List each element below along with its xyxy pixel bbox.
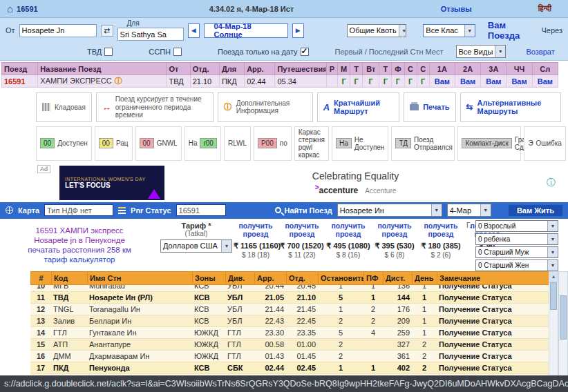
station-name-link[interactable]: Пенуконда bbox=[87, 362, 192, 374]
pnr-input[interactable] bbox=[176, 204, 226, 216]
availability-link[interactable]: Вам bbox=[507, 75, 532, 88]
fare-class-link[interactable]: получить проезд bbox=[280, 221, 324, 239]
availability-link[interactable]: Вам bbox=[532, 75, 558, 88]
station-name-link[interactable]: Беллари Ин bbox=[87, 315, 192, 327]
station-row[interactable]: 14ГТЛГунтакале ИнЮЖКДГТЛ23.3023.35542591… bbox=[30, 327, 549, 339]
station-header[interactable]: Арр. bbox=[255, 271, 287, 284]
passenger-select[interactable]: 0 Старший Муж▼ bbox=[475, 246, 558, 258]
live-status-link[interactable]: Вам Жить bbox=[509, 205, 562, 216]
results-cell: 02.44 bbox=[245, 75, 275, 88]
swap-stations-button[interactable]: ⇄ bbox=[101, 25, 113, 37]
feedback-link[interactable]: Отзывы bbox=[441, 5, 472, 13]
ad-banner-image[interactable]: INTERNATIONAL WOMEN'S DAY LET'S FOCUS bbox=[59, 166, 164, 200]
station-select[interactable]: Hosapete Ин ▼ bbox=[337, 204, 442, 217]
station-cell: ДММ bbox=[51, 351, 87, 362]
scrollbar-thumb[interactable] bbox=[550, 282, 557, 310]
station-row[interactable]: 10МГБMunirabadКСВУБЛ20.4420.45111361Полу… bbox=[30, 285, 549, 292]
station-row[interactable]: 15АТПАнантапуреЮЖКДГТЛ00.5801.0023272Пол… bbox=[30, 339, 549, 351]
fare-dollar-value: $ 8 (16) bbox=[326, 251, 370, 259]
station-row[interactable]: 17ПКДПенукондаКСВСБК02.4402.45114022Полу… bbox=[30, 362, 549, 374]
ad-content[interactable]: Celebrating Equality >accentureAccenture bbox=[164, 170, 547, 195]
station-header[interactable]: Остановить bbox=[319, 271, 364, 284]
sidebar-link-fare-calculator[interactable]: тариф калькулятор bbox=[44, 255, 115, 264]
next-date-button[interactable]: ▶ bbox=[292, 23, 304, 38]
station-row[interactable]: 13ЗаливБеллари ИнКСВУБЛ22.4322.45222091П… bbox=[30, 315, 549, 327]
station-header[interactable]: Отд. bbox=[287, 271, 319, 284]
passenger-select[interactable]: 0 Старший Жен▼ bbox=[475, 259, 558, 271]
legend-item[interactable]: Печать bbox=[404, 92, 455, 122]
your-trains-link[interactable]: Вам Поезда bbox=[488, 20, 538, 41]
checkbox-group[interactable]: ТВД bbox=[87, 48, 113, 56]
prev-date-button[interactable]: ◀ bbox=[188, 23, 200, 38]
train-name[interactable]: ХАМПИ ЭКСПРЕСС bbox=[40, 77, 111, 85]
availability-legend-item: ТДПоезд Отправился bbox=[391, 126, 455, 161]
availability-link[interactable]: Вам bbox=[481, 75, 507, 88]
legend-item[interactable]: ⇆Альтернативные Маршруты bbox=[460, 92, 561, 122]
toolbar-date-select[interactable]: 4-Мар ▼ bbox=[447, 204, 491, 217]
passenger-select[interactable]: 0 Взрослый▼ bbox=[475, 220, 558, 232]
sidebar-link-distance[interactable]: печатать расстояния 258 км bbox=[28, 246, 131, 254]
checkbox[interactable] bbox=[301, 48, 309, 56]
to-station-input[interactable] bbox=[117, 28, 184, 41]
station-header[interactable]: Дист. bbox=[384, 271, 413, 284]
map-link[interactable]: Карта bbox=[18, 206, 39, 215]
train-number-link[interactable]: 16591 bbox=[2, 75, 38, 88]
station-row[interactable]: 16ДММДхармаварам ИнЮЖКДГТЛ01.4301.452361… bbox=[30, 351, 549, 362]
ad-info-icon[interactable]: ⓘ bbox=[547, 177, 556, 189]
legend-item[interactable]: AКратчайший Маршрут bbox=[317, 92, 399, 122]
page-scrollbar[interactable] bbox=[558, 271, 568, 392]
topbar-train-number[interactable]: 16591 bbox=[17, 5, 38, 13]
station-name-link[interactable]: Дхармаварам Ин bbox=[87, 351, 192, 362]
scroll-up-icon[interactable]: ▲ bbox=[549, 272, 558, 282]
from-station-input[interactable] bbox=[19, 24, 97, 37]
station-header[interactable]: Код bbox=[52, 271, 88, 284]
station-header[interactable]: Замечание bbox=[437, 271, 549, 284]
scrollbar-track[interactable] bbox=[549, 311, 558, 386]
currency-select[interactable]: Долларов США ▼ bbox=[160, 239, 232, 253]
checkbox[interactable] bbox=[173, 48, 182, 56]
page-scrollbar-thumb[interactable] bbox=[560, 295, 567, 340]
home-icon[interactable]: ⌂ bbox=[7, 3, 13, 14]
sidebar-link-train[interactable]: 16591 ХАМПИ экспресс bbox=[35, 226, 123, 235]
station-cell: 1 bbox=[363, 285, 383, 292]
station-header[interactable]: # bbox=[31, 271, 52, 284]
table-scrollbar[interactable]: ▲ ▼ bbox=[549, 271, 558, 392]
date-display[interactable]: 04-Мар-18 Солнце bbox=[204, 23, 288, 38]
types-select[interactable]: Все Виды ▼ bbox=[456, 45, 506, 58]
quota-select[interactable]: Общие Квоть ▼ bbox=[347, 24, 407, 37]
fare-class-link[interactable]: получить проезд bbox=[372, 221, 417, 239]
station-name-link[interactable]: Toranagallu Ин bbox=[87, 304, 192, 315]
availability-link[interactable]: Вам bbox=[455, 75, 480, 88]
station-row[interactable]: 11ТВДHosapete Ин (РЛ)КСВУБЛ21.0521.10511… bbox=[30, 292, 549, 304]
checkbox-group[interactable]: Поезда только на дату bbox=[218, 48, 309, 56]
return-link[interactable]: Возврат bbox=[527, 48, 555, 56]
station-name-link[interactable]: Hosapete Ин (РЛ) bbox=[87, 292, 192, 304]
checkbox[interactable] bbox=[104, 48, 113, 56]
fare-class-link[interactable]: получить проезд bbox=[326, 221, 370, 239]
find-train-link[interactable]: Найти Поезд bbox=[285, 206, 332, 215]
station-header[interactable]: Имя Стн bbox=[88, 271, 193, 284]
topbar-datetime: 4.34.02 я, 4-Мар-18 Ист bbox=[209, 5, 294, 13]
fare-class-link[interactable]: получить проезд bbox=[234, 221, 278, 239]
info-icon[interactable]: ⓘ bbox=[115, 77, 122, 85]
station-name-link[interactable]: Анантапуре bbox=[87, 339, 192, 351]
train-name-cell: ХАМПИ ЭКСПРЕССⓘ bbox=[38, 75, 167, 88]
results-header: Вт bbox=[363, 63, 379, 75]
passenger-select[interactable]: 0 ребенка▼ bbox=[475, 233, 558, 245]
pnr-status-link[interactable]: Pnr Статус bbox=[131, 206, 171, 215]
station-header[interactable]: День bbox=[413, 271, 437, 284]
station-row[interactable]: 12TNGLToranagallu ИнКСВУБЛ21.4421.451217… bbox=[30, 304, 549, 315]
station-header[interactable]: Див. bbox=[226, 271, 255, 284]
station-header[interactable]: ПФ bbox=[364, 271, 384, 284]
language-link[interactable]: हिन्दी bbox=[538, 4, 551, 13]
checkbox-group[interactable]: ССПН bbox=[149, 48, 182, 56]
station-name-link[interactable]: Munirabad bbox=[87, 285, 192, 292]
fare-class-link[interactable]: получить проезд bbox=[419, 221, 463, 239]
station-header[interactable]: Зоны bbox=[193, 271, 226, 284]
chevron-down-icon: ▼ bbox=[480, 204, 491, 216]
ndf-type-input[interactable] bbox=[44, 204, 113, 216]
availability-link[interactable]: Вам bbox=[429, 75, 455, 88]
station-name-link[interactable]: Гунтакале Ин bbox=[87, 327, 192, 339]
sidebar-link-route[interactable]: Hosapete jn в Пенуконде bbox=[34, 236, 125, 244]
class-select[interactable]: Все Клас ▼ bbox=[423, 24, 475, 37]
